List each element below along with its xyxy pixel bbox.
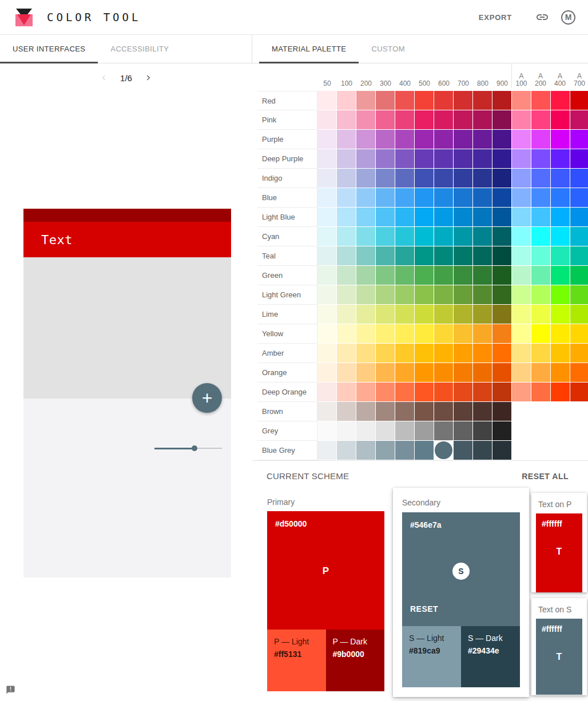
swatch-light-green-a200[interactable] [531,285,550,304]
swatch-blue-grey-700[interactable] [454,441,472,460]
swatch-deep-purple-a400[interactable] [551,149,570,168]
swatch-light-green-400[interactable] [395,285,414,304]
swatch-green-200[interactable] [356,266,375,285]
next-page-icon[interactable] [142,71,154,84]
swatch-cyan-50[interactable] [317,227,336,246]
swatch-blue-grey-100[interactable] [337,441,356,460]
swatch-deep-orange-200[interactable] [356,383,375,401]
swatch-teal-800[interactable] [473,246,492,265]
swatch-light-blue-200[interactable] [356,208,375,226]
swatch-lime-400[interactable] [395,305,414,324]
swatch-deep-purple-a200[interactable] [531,149,550,168]
swatch-blue-a700[interactable] [570,188,588,207]
swatch-purple-a200[interactable] [531,130,550,149]
swatch-light-blue-100[interactable] [337,208,356,226]
swatch-blue-700[interactable] [454,188,472,207]
swatch-orange-400[interactable] [395,363,414,382]
swatch-blue-grey-500[interactable] [415,441,434,460]
swatch-lime-a700[interactable] [570,305,588,324]
swatch-light-blue-600[interactable] [434,208,453,226]
swatch-deep-orange-a700[interactable] [570,383,588,401]
swatch-orange-700[interactable] [454,363,472,382]
swatch-cyan-500[interactable] [415,227,434,246]
swatch-indigo-900[interactable] [492,169,511,188]
swatch-orange-900[interactable] [492,363,511,382]
slider-thumb[interactable] [192,445,197,451]
swatch-blue-200[interactable] [356,188,375,207]
secondary-main-swatch[interactable]: #546e7a S RESET [402,512,520,626]
swatch-amber-400[interactable] [395,344,414,363]
reset-all-button[interactable]: RESET ALL [522,472,569,481]
secondary-reset-button[interactable]: RESET [410,604,438,614]
swatch-light-blue-300[interactable] [376,208,395,226]
swatch-blue-a400[interactable] [551,188,570,207]
swatch-pink-a400[interactable] [551,110,570,129]
swatch-purple-800[interactable] [473,130,492,149]
swatch-blue-300[interactable] [376,188,395,207]
swatch-cyan-200[interactable] [356,227,375,246]
swatch-blue-400[interactable] [395,188,414,207]
swatch-deep-purple-900[interactable] [492,149,511,168]
swatch-amber-300[interactable] [376,344,395,363]
swatch-blue-grey-600[interactable] [434,441,453,460]
swatch-brown-500[interactable] [415,402,434,421]
swatch-deep-purple-400[interactable] [395,149,414,168]
swatch-grey-700[interactable] [454,421,472,440]
swatch-amber-200[interactable] [356,344,375,363]
swatch-yellow-a100[interactable] [512,324,531,343]
swatch-indigo-a400[interactable] [551,169,570,188]
swatch-teal-a200[interactable] [531,246,550,265]
swatch-light-green-50[interactable] [317,285,336,304]
swatch-indigo-a100[interactable] [512,169,531,188]
swatch-cyan-400[interactable] [395,227,414,246]
swatch-grey-800[interactable] [473,421,492,440]
swatch-indigo-700[interactable] [454,169,472,188]
swatch-blue-800[interactable] [473,188,492,207]
swatch-yellow-200[interactable] [356,324,375,343]
swatch-purple-900[interactable] [492,130,511,149]
swatch-pink-500[interactable] [415,110,434,129]
swatch-green-600[interactable] [434,266,453,285]
swatch-indigo-100[interactable] [337,169,356,188]
swatch-light-blue-800[interactable] [473,208,492,226]
swatch-cyan-300[interactable] [376,227,395,246]
swatch-pink-200[interactable] [356,110,375,129]
secondary-dark-swatch[interactable]: S — Dark #29434e [461,626,520,687]
swatch-blue-50[interactable] [317,188,336,207]
swatch-orange-800[interactable] [473,363,492,382]
swatch-indigo-800[interactable] [473,169,492,188]
swatch-orange-600[interactable] [434,363,453,382]
swatch-deep-purple-600[interactable] [434,149,453,168]
swatch-blue-a200[interactable] [531,188,550,207]
swatch-pink-900[interactable] [492,110,511,129]
swatch-orange-a700[interactable] [570,363,588,382]
swatch-cyan-700[interactable] [454,227,472,246]
swatch-lime-200[interactable] [356,305,375,324]
swatch-grey-500[interactable] [415,421,434,440]
swatch-green-300[interactable] [376,266,395,285]
swatch-red-300[interactable] [376,91,395,110]
swatch-deep-orange-900[interactable] [492,383,511,401]
swatch-red-100[interactable] [337,91,356,110]
swatch-light-green-200[interactable] [356,285,375,304]
swatch-cyan-a700[interactable] [570,227,588,246]
swatch-light-blue-a100[interactable] [512,208,531,226]
swatch-lime-a200[interactable] [531,305,550,324]
swatch-yellow-a200[interactable] [531,324,550,343]
swatch-deep-purple-500[interactable] [415,149,434,168]
swatch-blue-grey-200[interactable] [356,441,375,460]
swatch-pink-50[interactable] [317,110,336,129]
swatch-purple-a400[interactable] [551,130,570,149]
swatch-deep-orange-100[interactable] [337,383,356,401]
swatch-blue-500[interactable] [415,188,434,207]
swatch-lime-600[interactable] [434,305,453,324]
tab-accessibility[interactable]: ACCESSIBILITY [98,35,181,63]
swatch-blue-900[interactable] [492,188,511,207]
swatch-red-a700[interactable] [570,91,588,110]
swatch-red-600[interactable] [434,91,453,110]
swatch-deep-orange-400[interactable] [395,383,414,401]
swatch-light-green-a100[interactable] [512,285,531,304]
swatch-red-a100[interactable] [512,91,531,110]
swatch-cyan-900[interactable] [492,227,511,246]
swatch-purple-a700[interactable] [570,130,588,149]
